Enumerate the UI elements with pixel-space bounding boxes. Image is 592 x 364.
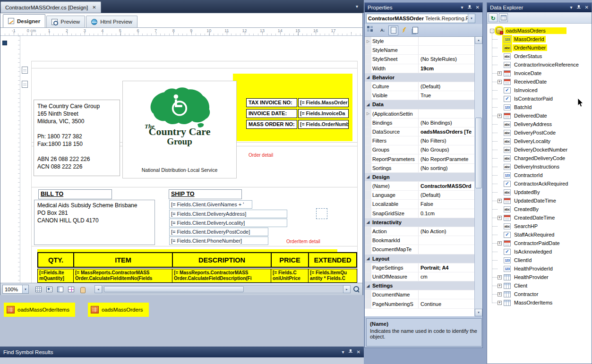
data-field-node[interactable]: + InvoiceDate — [487, 69, 592, 77]
designer-toolbar-button[interactable] — [55, 285, 65, 294]
data-field-node[interactable]: HealthProviderId — [487, 264, 592, 273]
data-field-node[interactable]: + ContractorPaidDate — [487, 239, 592, 247]
property-value[interactable] — [389, 254, 475, 263]
description-column-header[interactable]: DESCRIPTION — [173, 253, 272, 267]
property-row[interactable]: Groups (No Groups) — [365, 145, 475, 154]
property-row[interactable]: ◢ Behavior — [365, 73, 475, 82]
property-row[interactable]: ◢ Data — [365, 100, 475, 109]
data-field-node[interactable]: IsInvoiced — [487, 86, 592, 94]
section-marker-icon[interactable] — [22, 67, 28, 74]
data-field-node[interactable]: DeliveryInstructions — [487, 162, 592, 171]
property-value[interactable]: cm — [419, 272, 475, 281]
chevron-down-icon[interactable]: ▾ — [461, 5, 463, 10]
property-value[interactable] — [419, 290, 475, 299]
property-row[interactable]: ◢ Interactivity — [365, 218, 475, 227]
datasource-component[interactable]: oadsMassOrders — [88, 303, 149, 317]
pin-icon[interactable] — [468, 5, 472, 10]
property-row[interactable]: UnitOfMeasure cm — [365, 272, 475, 281]
data-field-node[interactable]: ClientId — [487, 256, 592, 264]
datasource-component[interactable]: oadsMassOrderItems — [4, 303, 75, 317]
property-row[interactable]: ReportParameters (No ReportParamete — [365, 154, 475, 163]
data-field-node[interactable]: CreatedBy — [487, 205, 592, 213]
ship-to-phone-field[interactable]: [= Fields.Client.PhoneNumber] — [169, 237, 268, 245]
property-value[interactable] — [384, 100, 475, 109]
tree-expander-icon[interactable]: + — [498, 114, 502, 118]
tree-expander-icon[interactable]: + — [498, 301, 502, 305]
property-value[interactable] — [390, 173, 475, 181]
invoice-date-label[interactable]: INVOICE DATE: — [246, 109, 297, 118]
data-field-node[interactable]: OrderNumber — [487, 43, 592, 52]
mass-order-no-field[interactable]: [= Fields.OrderNumb — [298, 120, 349, 129]
property-row[interactable]: Localizable False — [365, 200, 475, 209]
tax-invoice-no-label[interactable]: TAX INVOICE NO: — [246, 98, 297, 107]
property-value[interactable] — [402, 218, 475, 227]
selection-marquee[interactable] — [316, 208, 327, 219]
close-icon[interactable]: ✕ — [357, 350, 360, 355]
property-value[interactable]: oadsMassOrders [Te — [419, 127, 475, 136]
properties-scrollbar[interactable]: ▲ ▼ — [474, 36, 482, 316]
bill-to-header-textbox[interactable]: BILL TO — [38, 189, 112, 199]
data-field-node[interactable]: + UpdatedDateTime — [487, 196, 592, 205]
property-value[interactable]: 19cm — [419, 64, 475, 73]
property-row[interactable]: PageNumberingS Continue — [365, 299, 475, 308]
properties-toolbar-button[interactable] — [367, 25, 377, 35]
order-detail-section-label[interactable]: Order detail — [249, 152, 273, 158]
property-row[interactable]: DocumentName — [365, 290, 475, 299]
chevron-down-icon[interactable]: ▼ — [468, 14, 475, 23]
property-value[interactable]: Continue — [419, 299, 475, 308]
designer-view-tab[interactable]: Html Preview — [86, 16, 137, 27]
property-value[interactable] — [419, 110, 475, 118]
design-surface[interactable]: The Country Care Group 165 Ninth Street … — [0, 36, 362, 283]
property-value[interactable]: (Default) — [419, 82, 475, 91]
orderitem-detail-section-label[interactable]: OrderItem detail — [286, 239, 320, 244]
data-field-node[interactable]: ContractorAckRequired — [487, 179, 592, 188]
zoom-level-selector[interactable]: 100% ▼ — [2, 285, 29, 294]
properties-toolbar-button[interactable] — [399, 25, 409, 35]
description-cell[interactable]: [= MassReports.ContractorMASS Order.Calc… — [172, 269, 271, 283]
property-row[interactable]: Sortings (No sorting) — [365, 164, 475, 173]
data-field-node[interactable]: + Contractor — [487, 290, 592, 298]
tree-expander-icon[interactable]: + — [498, 71, 502, 76]
properties-toolbar-button[interactable] — [388, 25, 398, 35]
tree-expander-icon[interactable]: + — [498, 284, 502, 288]
data-field-node[interactable]: IsContractorPaid — [487, 94, 592, 103]
property-value[interactable] — [419, 46, 475, 54]
property-row[interactable]: StyleSheet (No StyleRules) — [365, 55, 475, 64]
object-selector-dropdown[interactable]: ContractorMASSOrder Telerik.Reporting.R … — [366, 14, 475, 23]
property-row[interactable]: DocumentMapTe — [365, 245, 475, 254]
extended-column-header[interactable]: EXTENDED — [309, 253, 356, 267]
property-row[interactable]: Filters (No Filters) — [365, 136, 475, 145]
data-field-node[interactable]: - oadsMassOrders — [487, 26, 592, 35]
data-field-node[interactable]: ChargedDeliveryCode — [487, 154, 592, 162]
property-value[interactable]: 0.1cm — [419, 209, 475, 218]
tree-expander-icon[interactable]: + — [498, 80, 502, 84]
data-field-node[interactable]: ContractorId — [487, 171, 592, 179]
scrollbar-thumb[interactable] — [475, 118, 482, 188]
property-value[interactable]: (No StyleRules) — [419, 55, 475, 63]
price-column-header[interactable]: PRICE — [272, 253, 309, 267]
property-value[interactable] — [395, 73, 475, 82]
close-icon[interactable]: ✕ — [585, 5, 589, 10]
property-row[interactable]: ◢ Design — [365, 173, 475, 182]
data-field-node[interactable]: StaffAckRequired — [487, 230, 592, 239]
find-symbol-results-bar[interactable]: Find Symbol Results ▾ ✕ — [0, 347, 364, 357]
tree-expander-icon[interactable]: + — [498, 292, 502, 296]
properties-panel-header[interactable]: Properties ▾ ✕ — [365, 3, 482, 12]
property-row[interactable]: ▷ (ApplicationSettin — [365, 110, 475, 119]
extended-cell[interactable]: [= Fields.ItemQu antity * Fields.C — [308, 269, 357, 283]
tab-list-chevron-icon[interactable]: ▾ — [356, 4, 358, 9]
chevron-down-icon[interactable]: ▼ — [22, 285, 28, 293]
data-field-node[interactable]: DeliveryPostCode — [487, 128, 592, 137]
zoom-search-button[interactable] — [351, 284, 361, 294]
property-value[interactable]: (No Bindings) — [419, 119, 475, 127]
property-row[interactable]: Visible True — [365, 91, 475, 100]
pin-icon[interactable] — [349, 349, 352, 355]
data-field-node[interactable]: BatchId — [487, 103, 592, 111]
bill-to-address-textbox[interactable]: Medical Aids Subsidy Scheme Brisbane PO … — [34, 200, 155, 245]
tax-invoice-no-field[interactable]: [= Fields.MassOrder — [298, 98, 349, 107]
price-cell[interactable]: [= Fields.C oniUnitPrice — [271, 269, 309, 283]
property-row[interactable]: ◢ Settings — [365, 281, 475, 290]
property-value[interactable] — [419, 236, 475, 245]
data-field-node[interactable]: OrderStatus — [487, 52, 592, 60]
scroll-up-icon[interactable]: ▲ — [475, 36, 482, 44]
